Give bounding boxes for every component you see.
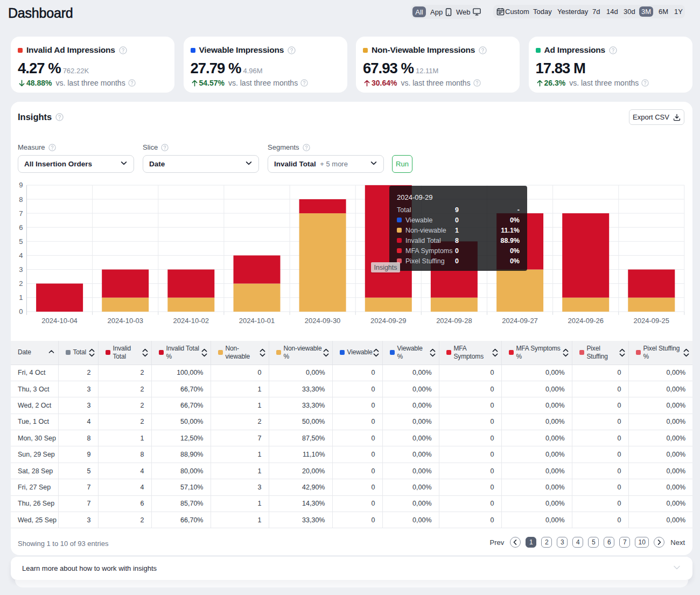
svg-text:2024-10-03: 2024-10-03: [107, 317, 143, 325]
svg-text:5: 5: [19, 237, 23, 246]
svg-text:2024-09-30: 2024-09-30: [305, 317, 341, 325]
svg-text:2024-09-29: 2024-09-29: [370, 317, 407, 325]
svg-text:8: 8: [19, 195, 23, 204]
svg-text:2: 2: [19, 279, 23, 288]
svg-text:2024-09-28: 2024-09-28: [436, 317, 472, 325]
svg-text:7: 7: [19, 209, 23, 218]
svg-text:2024-09-25: 2024-09-25: [634, 317, 670, 325]
svg-text:2024-10-04: 2024-10-04: [41, 317, 78, 325]
svg-text:9: 9: [19, 181, 23, 189]
svg-text:2024-10-01: 2024-10-01: [239, 317, 275, 325]
svg-text:2024-09-26: 2024-09-26: [568, 317, 604, 325]
svg-text:6: 6: [19, 223, 23, 232]
svg-text:2024-09-27: 2024-09-27: [502, 317, 538, 325]
svg-text:3: 3: [19, 265, 23, 274]
svg-text:1: 1: [19, 293, 23, 302]
svg-text:4: 4: [19, 251, 23, 260]
svg-text:2024-10-02: 2024-10-02: [173, 317, 209, 325]
svg-text:0: 0: [19, 307, 23, 316]
